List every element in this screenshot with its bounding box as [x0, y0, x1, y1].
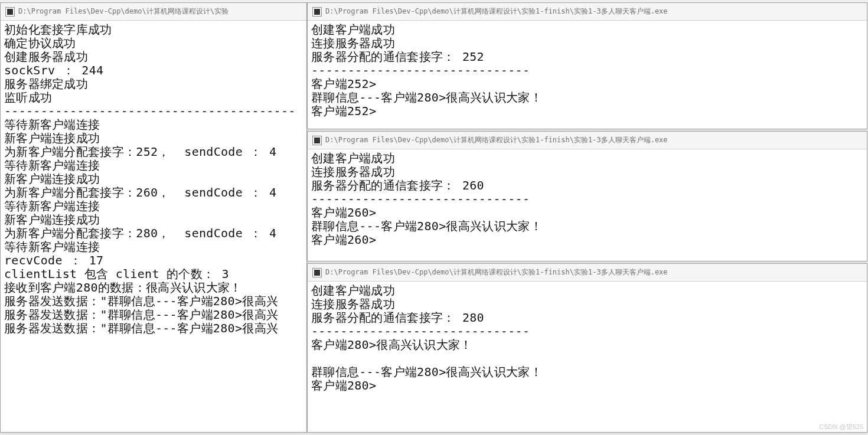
window-title: D:\Program Files\Dev-Cpp\demo\计算机网络课程设计\… — [325, 6, 668, 17]
titlebar[interactable]: D:\Program Files\Dev-Cpp\demo\计算机网络课程设计\… — [1, 3, 306, 21]
console-output[interactable]: 初始化套接字库成功 确定协议成功 创建服务器成功 sockSrv ： 244 服… — [1, 21, 306, 338]
client3-console-window[interactable]: D:\Program Files\Dev-Cpp\demo\计算机网络课程设计\… — [307, 263, 867, 433]
app-icon — [312, 7, 322, 17]
titlebar[interactable]: D:\Program Files\Dev-Cpp\demo\计算机网络课程设计\… — [308, 3, 867, 21]
app-icon — [312, 268, 322, 277]
titlebar[interactable]: D:\Program Files\Dev-Cpp\demo\计算机网络课程设计\… — [308, 132, 867, 149]
window-title: D:\Program Files\Dev-Cpp\demo\计算机网络课程设计\… — [325, 135, 668, 145]
titlebar[interactable]: D:\Program Files\Dev-Cpp\demo\计算机网络课程设计\… — [308, 264, 867, 282]
app-icon — [312, 136, 322, 145]
window-title: D:\Program Files\Dev-Cpp\demo\计算机网络课程设计\… — [18, 6, 229, 17]
watermark: CSDN @望525 — [819, 423, 863, 431]
client2-console-window[interactable]: D:\Program Files\Dev-Cpp\demo\计算机网络课程设计\… — [307, 131, 867, 261]
window-title: D:\Program Files\Dev-Cpp\demo\计算机网络课程设计\… — [325, 267, 668, 277]
console-output[interactable]: 创建客户端成功 连接服务器成功 服务器分配的通信套接字： 252 -------… — [308, 21, 867, 120]
server-console-window[interactable]: D:\Program Files\Dev-Cpp\demo\计算机网络课程设计\… — [0, 2, 307, 433]
console-output[interactable]: 创建客户端成功 连接服务器成功 服务器分配的通信套接字： 280 -------… — [308, 282, 867, 395]
app-icon — [5, 7, 15, 17]
client1-console-window[interactable]: D:\Program Files\Dev-Cpp\demo\计算机网络课程设计\… — [307, 2, 867, 129]
console-output[interactable]: 创建客户端成功 连接服务器成功 服务器分配的通信套接字： 260 -------… — [308, 149, 867, 249]
